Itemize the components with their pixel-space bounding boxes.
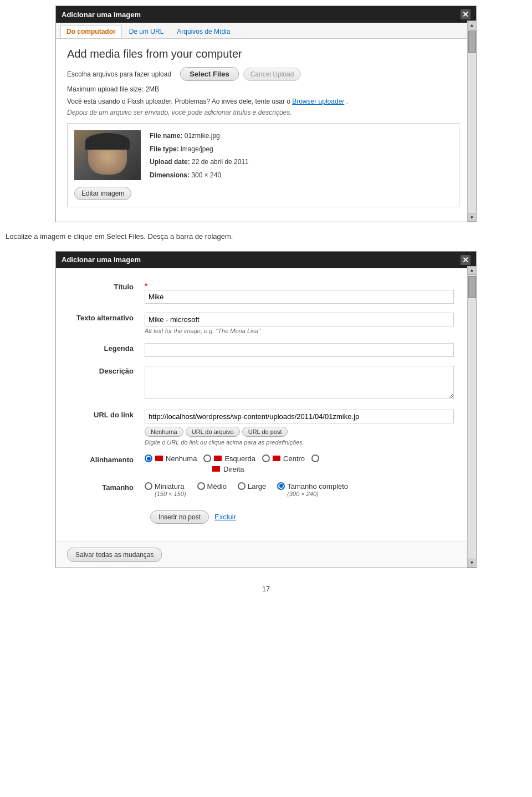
dimensions-value: 300 × 240 [191,171,221,179]
scroll-thumb-1[interactable] [468,30,476,53]
delete-button[interactable]: Excluir [214,513,236,521]
save-all-button[interactable]: Salvar todas as mudanças [67,548,162,562]
dimensions-row: Dimensions: 300 × 240 [150,170,452,182]
size-large-text: Large [248,482,266,491]
file-name-row: File name: 01zmike.jpg [150,130,452,142]
align-left-radio[interactable] [203,454,211,462]
url-input[interactable] [145,410,454,423]
file-thumbnail [74,130,141,180]
required-star: * [145,282,147,290]
upload-row: Escolha arquivos para fazer upload Selec… [67,67,459,81]
insert-post-button[interactable]: Inserir no post [150,510,209,524]
file-card-top: File name: 01zmike.jpg File type: image/… [74,130,452,182]
url-buttons: Nenhuma URL do arquivo URL do post [145,427,454,437]
dialog-close-button-2[interactable]: ✕ [461,255,470,265]
actions-row: Inserir no post Excluir [67,502,459,533]
descricao-textarea[interactable] [145,366,454,399]
size-full-radio[interactable] [277,482,285,490]
url-row: URL do link Nenhuma URL do arquivo URL d… [67,405,459,450]
descricao-label: Descrição [99,367,134,375]
italic-note: Depois de um arquivo ser enviado, você p… [67,109,459,116]
dialog2: Adicionar uma imagem ✕ ▲ ▼ Título * [55,251,477,568]
scroll-up-arrow-1[interactable]: ▲ [468,21,477,29]
size-thumbnail[interactable]: Miniatura (150 × 150) [145,482,186,497]
alt-hint: Alt text for the image, e.g. "The Mona L… [145,328,454,334]
file-type-row: File type: image/jpeg [150,144,452,156]
size-full-radio-inner [279,484,283,488]
legenda-row: Legenda [67,339,459,361]
align-left-icon [214,456,222,461]
actions-input-cell: Inserir no post Excluir [139,502,459,533]
url-btn-file[interactable]: URL do arquivo [186,427,240,437]
size-input-cell: Miniatura (150 × 150) Médio [139,478,459,502]
titulo-row: Título * [67,277,459,308]
dialog1: Adicionar uma imagem ✕ ▲ ▼ Do computador… [55,6,477,222]
file-name-value: 01zmike.jpg [185,132,220,140]
size-options: Miniatura (150 × 150) Médio [145,482,454,497]
tab-de-um-url[interactable]: De um URL [123,25,170,38]
dialog-content-2: Título * Texto alternativo [56,268,476,541]
tab-do-computador[interactable]: Do computador [60,25,122,38]
align-none[interactable]: Nenhuma [145,454,197,463]
align-left[interactable]: Esquerda [203,454,255,463]
url-input-row: Nenhuma URL do arquivo URL do post Digit… [145,410,454,446]
align-none-icon [155,456,163,461]
dialog-content-1: Add media files from your computer Escol… [56,39,476,222]
scroll-down-arrow-1[interactable]: ▼ [468,213,477,222]
select-files-button[interactable]: Select Files [180,67,239,81]
browser-uploader-link[interactable]: Browser uploader [292,98,344,105]
instruction-text: Localize a imagem e clique em Select Fil… [6,231,526,242]
file-type-label: File type: [150,145,179,153]
align-right-radio[interactable] [311,454,319,462]
page-number: 17 [0,574,532,604]
size-large-label: Large [248,482,266,491]
flash-notice-text: Você está usando o Flash uploader. Probl… [67,98,292,105]
titulo-label-cell: Título [67,277,139,308]
max-size-text: Maximum upload file size: 2MB [67,85,459,93]
file-name-label: File name: [150,132,182,140]
size-full[interactable]: Tamanho completo (300 × 240) [277,482,348,497]
url-hint: Digite o URL do link ou clique acima par… [145,439,454,446]
size-thumbnail-label: Miniatura [155,482,186,491]
align-none-radio[interactable] [145,454,152,462]
scrollbar-1[interactable]: ▲ ▼ [467,21,476,222]
align-label: Alinhamento [90,456,134,464]
legenda-input-cell [139,339,459,361]
dimensions-label: Dimensions: [150,171,190,179]
titulo-input[interactable] [145,290,454,304]
align-label-cell: Alinhamento [67,450,139,478]
size-medio[interactable]: Médio [197,482,227,491]
legenda-label: Legenda [104,344,134,352]
upload-date-label: Upload date: [150,158,190,166]
scroll-down-arrow-2[interactable]: ▼ [468,559,477,568]
size-medio-radio[interactable] [197,482,205,490]
alt-input-cell: Alt text for the image, e.g. "The Mona L… [139,308,459,339]
scroll-up-arrow-2[interactable]: ▲ [468,266,477,275]
cancel-upload-button[interactable]: Cancel Upload [243,68,301,81]
size-large-radio[interactable] [238,482,245,490]
legenda-input[interactable] [145,343,454,357]
file-info: File name: 01zmike.jpg File type: image/… [150,130,452,182]
scrollbar-2[interactable]: ▲ ▼ [467,266,476,568]
dialog-close-button-1[interactable]: ✕ [461,9,470,19]
align-center-icon [273,456,280,461]
align-none-radio-inner [147,457,151,461]
url-btn-post[interactable]: URL do post [242,427,288,437]
url-btn-none[interactable]: Nenhuma [145,427,183,437]
edit-image-button[interactable]: Editar imagem [74,187,131,200]
dialog-title-2: Adicionar uma imagem [62,256,141,264]
scroll-thumb-2[interactable] [468,276,476,298]
alignment-row-outer: Alinhamento Nenhuma [67,450,459,478]
url-label-cell: URL do link [67,405,139,450]
tab-arquivos-de-midia[interactable]: Arquivos de Mídia [171,25,236,38]
size-thumbnail-radio[interactable] [145,482,152,490]
align-right[interactable] [311,454,319,462]
size-label-cell: Tamanho [67,478,139,502]
alt-input[interactable] [145,313,454,326]
align-input-cell: Nenhuma Esquerda [139,450,459,478]
align-center[interactable]: Centro [262,454,305,463]
upload-date-value: 22 de abril de 2011 [192,158,249,166]
actions-label-cell [67,502,139,533]
size-large[interactable]: Large [238,482,266,491]
align-center-radio[interactable] [262,454,270,462]
